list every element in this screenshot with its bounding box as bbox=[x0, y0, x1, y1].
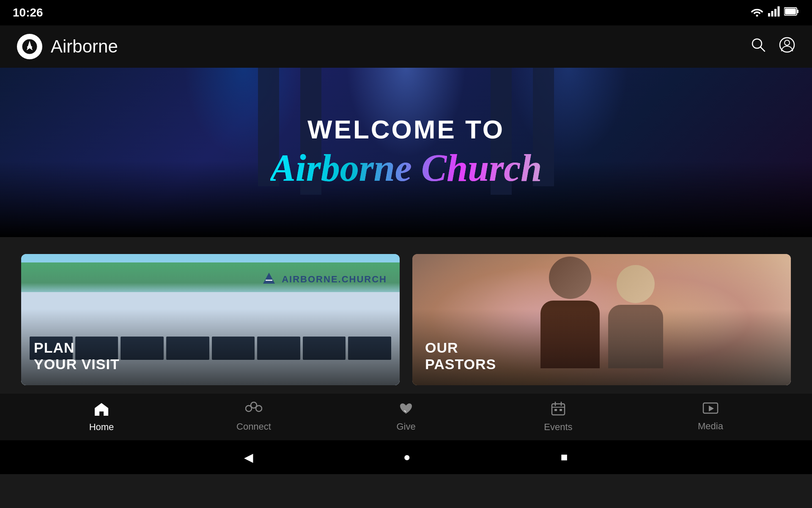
status-bar: 10:26 bbox=[0, 0, 812, 25]
system-nav: ◀ ● ■ bbox=[0, 440, 812, 474]
nav-label-home: Home bbox=[89, 422, 114, 433]
svg-rect-28 bbox=[560, 409, 562, 411]
nav-item-give[interactable]: Give bbox=[330, 402, 482, 432]
svg-rect-27 bbox=[554, 409, 557, 411]
app-bar-actions bbox=[750, 37, 795, 57]
nav-label-give: Give bbox=[396, 421, 415, 432]
app-title: Airborne bbox=[51, 36, 118, 57]
nav-label-connect: Connect bbox=[236, 421, 271, 432]
back-button[interactable]: ◀ bbox=[244, 450, 253, 464]
svg-rect-3 bbox=[774, 9, 776, 17]
svg-rect-6 bbox=[797, 10, 798, 13]
app-logo-area: Airborne bbox=[17, 34, 118, 59]
plan-visit-card[interactable]: AIRBORNE.CHURCH PLANYOUR VISIT bbox=[21, 254, 400, 385]
svg-rect-4 bbox=[778, 6, 780, 17]
media-icon bbox=[702, 402, 719, 418]
recents-button[interactable]: ■ bbox=[561, 450, 568, 464]
nav-label-media: Media bbox=[698, 421, 723, 432]
our-pastors-label: OURPASTORS bbox=[425, 340, 496, 373]
nav-label-events: Events bbox=[544, 422, 572, 433]
svg-rect-7 bbox=[785, 8, 796, 14]
hero-content: WELCOME TO Airborne Church bbox=[270, 116, 542, 189]
building-sign-text: AIRBORNE.CHURCH bbox=[282, 274, 387, 284]
svg-rect-23 bbox=[552, 404, 565, 415]
nav-item-media[interactable]: Media bbox=[634, 402, 787, 432]
svg-line-21 bbox=[251, 407, 252, 407]
connect-icon bbox=[245, 402, 262, 419]
svg-point-14 bbox=[785, 40, 790, 45]
battery-icon bbox=[784, 7, 799, 19]
give-icon bbox=[398, 402, 414, 419]
nav-item-home[interactable]: Home bbox=[25, 401, 178, 433]
hero-section: WELCOME TO Airborne Church bbox=[0, 68, 812, 237]
nav-item-events[interactable]: Events bbox=[482, 401, 634, 433]
our-pastors-card[interactable]: OURPASTORS bbox=[412, 254, 791, 385]
bottom-nav: Home Connect Give bbox=[0, 394, 812, 440]
hero-church-name: Airborne Church bbox=[270, 147, 542, 189]
hero-welcome-text: WELCOME TO bbox=[270, 116, 542, 143]
building-sign-area: AIRBORNE.CHURCH bbox=[261, 271, 387, 288]
app-bar: Airborne bbox=[0, 25, 812, 68]
svg-rect-2 bbox=[771, 11, 774, 17]
app-logo bbox=[17, 34, 42, 59]
status-time: 10:26 bbox=[13, 6, 43, 19]
svg-point-20 bbox=[256, 406, 262, 411]
hero-church-name-text: Airborne Church bbox=[270, 147, 542, 189]
home-icon bbox=[94, 401, 109, 419]
svg-point-0 bbox=[756, 15, 758, 17]
svg-line-12 bbox=[760, 47, 765, 51]
home-button[interactable]: ● bbox=[403, 450, 411, 464]
svg-rect-1 bbox=[768, 13, 770, 17]
signal-icon bbox=[768, 6, 780, 19]
svg-rect-17 bbox=[100, 411, 103, 416]
events-icon bbox=[551, 401, 565, 419]
svg-marker-15 bbox=[263, 273, 275, 284]
svg-line-22 bbox=[256, 407, 256, 407]
nav-item-connect[interactable]: Connect bbox=[178, 402, 330, 432]
plan-visit-label: PLANYOUR VISIT bbox=[34, 340, 120, 373]
wifi-icon bbox=[750, 6, 764, 19]
svg-marker-30 bbox=[709, 406, 714, 411]
cards-section: AIRBORNE.CHURCH PLANYOUR VISIT OURPASTOR… bbox=[0, 237, 812, 394]
account-icon[interactable] bbox=[779, 37, 795, 57]
status-icons bbox=[750, 6, 799, 19]
search-icon[interactable] bbox=[750, 37, 766, 57]
